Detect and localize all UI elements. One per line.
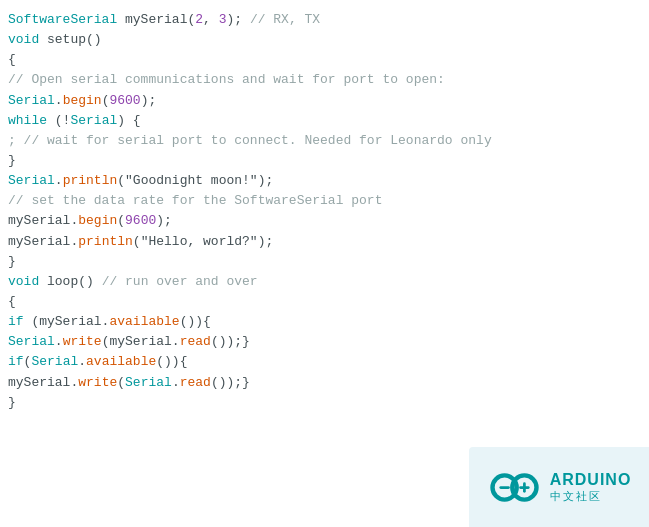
code-line: { — [8, 50, 641, 70]
code-token: Serial — [8, 173, 55, 188]
code-token: // run over and over — [102, 274, 258, 289]
code-token: ());} — [211, 375, 250, 390]
code-line: void loop() // run over and over — [8, 272, 641, 292]
code-token: ); — [156, 213, 172, 228]
code-token: write — [78, 375, 117, 390]
code-token: ; // wait for serial port to connect. Ne… — [8, 133, 492, 148]
arduino-brand-label: ARDUINO — [550, 471, 632, 489]
code-token: } — [8, 395, 16, 410]
code-token: 2 — [195, 12, 203, 27]
code-line: } — [8, 151, 641, 171]
code-line: Serial.begin(9600); — [8, 91, 641, 111]
code-token: mySerial — [8, 213, 70, 228]
code-token: begin — [63, 93, 102, 108]
arduino-text: ARDUINO 中文社区 — [550, 471, 632, 504]
code-token: Serial — [8, 93, 55, 108]
code-token: { — [8, 294, 16, 309]
code-block: SoftwareSerial mySerial(2, 3); // RX, TX… — [0, 0, 649, 423]
code-token: // RX, TX — [250, 12, 320, 27]
code-token: . — [172, 375, 180, 390]
code-token: begin — [78, 213, 117, 228]
code-token: // Open serial communications and wait f… — [8, 72, 445, 87]
code-token: ("Hello, world?"); — [133, 234, 273, 249]
code-token: void — [8, 274, 39, 289]
code-token: available — [109, 314, 179, 329]
arduino-sub-label: 中文社区 — [550, 489, 602, 504]
code-token: . — [55, 173, 63, 188]
code-line: // set the data rate for the SoftwareSer… — [8, 191, 641, 211]
arduino-logo-icon — [487, 460, 542, 515]
code-token: . — [55, 93, 63, 108]
code-token: write — [63, 334, 102, 349]
code-token: } — [8, 153, 16, 168]
code-token: ); — [141, 93, 157, 108]
code-token: Serial — [125, 375, 172, 390]
code-token: // set the data rate for the SoftwareSer… — [8, 193, 382, 208]
code-token: Serial — [31, 354, 78, 369]
code-token: ( — [117, 375, 125, 390]
code-token: ( — [117, 213, 125, 228]
code-token: (! — [47, 113, 70, 128]
code-token: { — [8, 52, 16, 67]
code-line: } — [8, 393, 641, 413]
code-token: read — [180, 334, 211, 349]
code-token: . — [78, 354, 86, 369]
code-token: (mySerial. — [102, 334, 180, 349]
code-token: 9600 — [109, 93, 140, 108]
code-token: SoftwareSerial — [8, 12, 117, 27]
code-token: if — [8, 354, 24, 369]
code-token: , — [203, 12, 219, 27]
code-line: ; // wait for serial port to connect. Ne… — [8, 131, 641, 151]
arduino-badge: ARDUINO 中文社区 — [469, 447, 649, 527]
code-token: setup() — [39, 32, 101, 47]
code-token: void — [8, 32, 39, 47]
code-token: ("Goodnight moon!"); — [117, 173, 273, 188]
code-line: void setup() — [8, 30, 641, 50]
code-line: mySerial.begin(9600); — [8, 211, 641, 231]
code-token: ());} — [211, 334, 250, 349]
code-line: Serial.println("Goodnight moon!"); — [8, 171, 641, 191]
code-token: ) { — [117, 113, 140, 128]
code-token: ); — [226, 12, 249, 27]
code-token: (mySerial. — [24, 314, 110, 329]
code-token: available — [86, 354, 156, 369]
code-token: println — [78, 234, 133, 249]
code-token: mySerial — [8, 375, 70, 390]
code-line: if (mySerial.available()){ — [8, 312, 641, 332]
code-token: println — [63, 173, 118, 188]
code-token: . — [55, 334, 63, 349]
code-line: SoftwareSerial mySerial(2, 3); // RX, TX — [8, 10, 641, 30]
code-line: // Open serial communications and wait f… — [8, 70, 641, 90]
code-token: while — [8, 113, 47, 128]
code-token: mySerial — [8, 234, 70, 249]
code-line: mySerial.write(Serial.read());} — [8, 373, 641, 393]
code-token: mySerial( — [117, 12, 195, 27]
code-token: loop() — [39, 274, 101, 289]
code-line: Serial.write(mySerial.read());} — [8, 332, 641, 352]
code-token: if — [8, 314, 24, 329]
code-token: ()){ — [156, 354, 187, 369]
code-line: } — [8, 252, 641, 272]
code-token: Serial — [70, 113, 117, 128]
code-line: if(Serial.available()){ — [8, 352, 641, 372]
code-line: while (!Serial) { — [8, 111, 641, 131]
code-line: { — [8, 292, 641, 312]
code-token: Serial — [8, 334, 55, 349]
code-line: mySerial.println("Hello, world?"); — [8, 232, 641, 252]
code-token: read — [180, 375, 211, 390]
code-token: ()){ — [180, 314, 211, 329]
code-token: } — [8, 254, 16, 269]
code-token: 9600 — [125, 213, 156, 228]
